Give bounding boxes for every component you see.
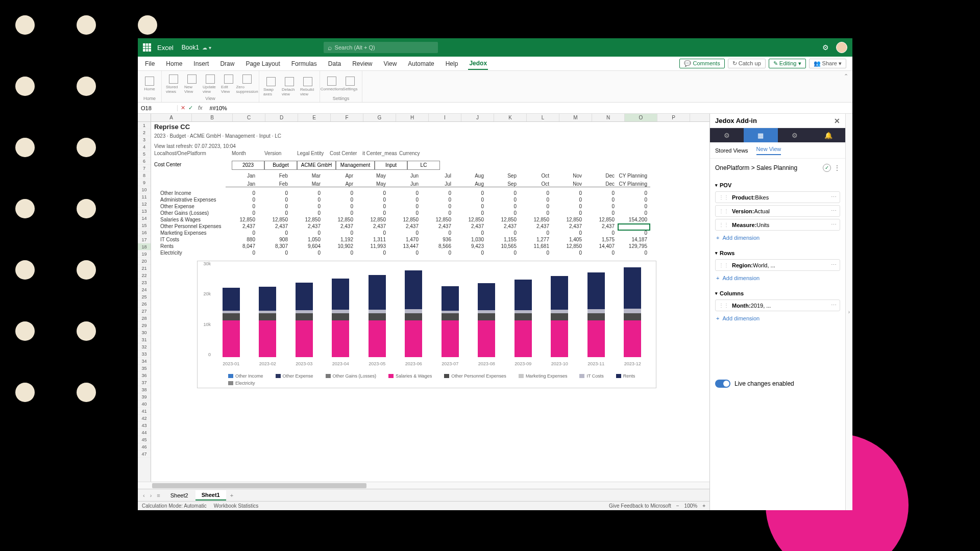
section-rows[interactable]: Rows <box>715 250 840 256</box>
sheet-list-icon[interactable]: ≡ <box>155 492 162 498</box>
zero-suppression-button[interactable]: Zero suppression <box>239 74 255 94</box>
home-button[interactable]: Home <box>142 77 157 91</box>
add-sheet-button[interactable]: + <box>227 492 236 498</box>
row-header-40[interactable]: 40 <box>138 400 151 408</box>
row-header-29[interactable]: 29 <box>138 322 151 329</box>
row-header-38[interactable]: 38 <box>138 386 151 393</box>
live-changes-toggle[interactable] <box>715 380 730 388</box>
select-all-corner[interactable] <box>138 114 151 121</box>
legend-item[interactable]: Other Personnel Expenses <box>444 373 506 379</box>
new-view-button[interactable]: New View <box>184 74 200 94</box>
dimension-item[interactable]: ⋮⋮Measure: Units⋯ <box>715 219 840 231</box>
tab-view[interactable]: View <box>383 58 398 69</box>
tab-draw[interactable]: Draw <box>219 58 235 69</box>
col-header-C[interactable]: C <box>233 114 265 121</box>
dimension-item[interactable]: ⋮⋮Region: World, ...⋯ <box>715 259 840 271</box>
stored-views-button[interactable]: Stored views <box>166 74 181 94</box>
formula-cancel-icon[interactable]: ✕ <box>181 105 185 111</box>
row-header-42[interactable]: 42 <box>138 415 151 422</box>
addin-more-icon[interactable]: ⋮ <box>834 164 840 171</box>
rebuild-view-button[interactable]: Rebuild view <box>300 77 315 96</box>
row-header-25[interactable]: 25 <box>138 293 151 300</box>
row-header-41[interactable]: 41 <box>138 408 151 415</box>
row-header-44[interactable]: 44 <box>138 429 151 436</box>
tab-page-layout[interactable]: Page Layout <box>244 58 281 69</box>
col-header-H[interactable]: H <box>396 114 429 121</box>
addin-tab-config[interactable]: ⚙ <box>778 128 812 142</box>
update-view-button[interactable]: Update view <box>203 74 218 94</box>
section-columns[interactable]: Columns <box>715 290 840 296</box>
col-header-B[interactable]: B <box>192 114 233 121</box>
tab-formulas[interactable]: Formulas <box>290 58 318 69</box>
addin-apply-icon[interactable]: ✓ <box>823 164 831 172</box>
formula-value[interactable]: ##10% <box>208 105 229 111</box>
row-header-26[interactable]: 26 <box>138 300 151 308</box>
col-header-G[interactable]: G <box>363 114 396 121</box>
legend-item[interactable]: IT Costs <box>579 373 603 379</box>
ribbon-collapse[interactable]: ⌃ <box>840 71 852 102</box>
row-header-18[interactable]: 18 <box>138 243 151 251</box>
col-header-A[interactable]: A <box>151 114 192 121</box>
row-header-39[interactable]: 39 <box>138 393 151 400</box>
legend-item[interactable]: Marketing Expenses <box>519 373 568 379</box>
cloud-save-icon[interactable]: ☁ ▾ <box>202 45 211 51</box>
row-header-16[interactable]: 16 <box>138 229 151 236</box>
row-header-4[interactable]: 4 <box>138 143 151 151</box>
row-header-32[interactable]: 32 <box>138 343 151 350</box>
col-header-L[interactable]: L <box>527 114 559 121</box>
legend-item[interactable]: Other Income <box>228 373 263 379</box>
dimension-item[interactable]: ⋮⋮Version: Actual⋯ <box>715 205 840 217</box>
share-button[interactable]: 👥 Share ▾ <box>809 59 846 68</box>
col-header-P[interactable]: P <box>657 114 690 121</box>
col-header-O[interactable]: O <box>625 114 657 121</box>
filter-lc[interactable]: LC <box>407 161 440 170</box>
filter-2023[interactable]: 2023 <box>232 161 264 170</box>
legend-item[interactable]: Other Gains (Losses) <box>326 373 377 379</box>
catchup-button[interactable]: ↻ Catch up <box>728 59 766 68</box>
row-header-13[interactable]: 13 <box>138 208 151 215</box>
legend-item[interactable]: Electricity <box>228 381 255 386</box>
row-header-19[interactable]: 19 <box>138 251 151 258</box>
row-header-6[interactable]: 6 <box>138 158 151 165</box>
legend-item[interactable]: Salaries & Wages <box>388 373 432 379</box>
dimension-item[interactable]: ⋮⋮Product: Bikes⋯ <box>715 191 840 203</box>
addin-tab-notify[interactable]: 🔔 <box>812 128 845 142</box>
add-dimension-button[interactable]: Add dimension <box>715 233 840 243</box>
row-header-33[interactable]: 33 <box>138 350 151 358</box>
sheet-tab-sheet1[interactable]: Sheet1 <box>195 490 226 500</box>
row-header-12[interactable]: 12 <box>138 201 151 208</box>
tab-review[interactable]: Review <box>351 58 373 69</box>
row-header-45[interactable]: 45 <box>138 436 151 443</box>
embedded-chart[interactable]: 010k20k30k 2023-012023-022023-032023-042… <box>197 261 656 388</box>
editing-button[interactable]: ✎ Editing ▾ <box>769 59 806 68</box>
col-header-J[interactable]: J <box>461 114 494 121</box>
settings-icon[interactable]: ⚙ <box>822 43 829 52</box>
addin-breadcrumb[interactable]: OnePlatform > Sales Planning <box>715 164 797 171</box>
col-header-D[interactable]: D <box>265 114 298 121</box>
tab-jedox[interactable]: Jedox <box>468 58 488 70</box>
search-input[interactable]: Search (Alt + Q) <box>324 42 438 53</box>
legend-item[interactable]: Rents <box>616 373 635 379</box>
legend-item[interactable]: Other Expense <box>276 373 313 379</box>
tab-home[interactable]: Home <box>165 58 183 69</box>
cells-area[interactable]: Reprise CC 2023 · Budget · ACME GmbH · M… <box>151 122 709 482</box>
row-header-15[interactable]: 15 <box>138 222 151 229</box>
add-dimension-button[interactable]: Add dimension <box>715 313 840 323</box>
row-header-10[interactable]: 10 <box>138 186 151 193</box>
settings-button[interactable]: Settings <box>342 77 358 91</box>
col-header-M[interactable]: M <box>559 114 592 121</box>
panel-collapse-icon[interactable]: › <box>845 114 852 510</box>
comments-button[interactable]: 💬 Comments <box>679 59 724 68</box>
row-header-21[interactable]: 21 <box>138 265 151 272</box>
connections-button[interactable]: Connections <box>324 77 339 91</box>
row-header-43[interactable]: 43 <box>138 422 151 429</box>
tab-data[interactable]: Data <box>327 58 342 69</box>
fx-icon[interactable]: fx <box>196 105 205 111</box>
tab-automate[interactable]: Automate <box>407 58 435 69</box>
col-header-E[interactable]: E <box>298 114 331 121</box>
row-header-35[interactable]: 35 <box>138 365 151 372</box>
row-header-20[interactable]: 20 <box>138 258 151 265</box>
zoom-in-icon[interactable]: + <box>702 503 705 509</box>
row-header-17[interactable]: 17 <box>138 236 151 243</box>
add-dimension-button[interactable]: Add dimension <box>715 273 840 283</box>
